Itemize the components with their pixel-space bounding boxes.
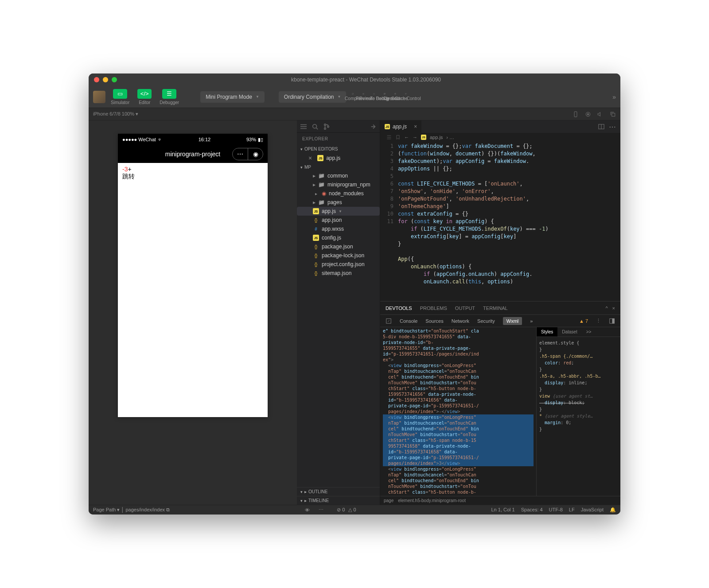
device-select[interactable]: iPhone 6/7/8 100% ▾ (93, 111, 138, 117)
svg-point-16 (324, 128, 326, 129)
collapse-icon[interactable] (370, 124, 376, 130)
tab-output[interactable]: OUTPUT (455, 306, 475, 311)
device-icon[interactable] (573, 111, 579, 117)
svg-rect-22 (612, 318, 614, 323)
wxml-tree[interactable]: e" bindtouchstart="onTouchStart" cla5-di… (380, 327, 536, 496)
eye-icon[interactable]: 👁 (305, 507, 310, 513)
dock-icon[interactable] (609, 318, 615, 324)
list-icon[interactable] (300, 124, 307, 130)
svg-point-4 (405, 93, 406, 93)
tab-console[interactable]: Console (400, 318, 417, 324)
capsule-close[interactable]: ◉ (248, 148, 263, 160)
capsule-menu[interactable]: ⋯ (233, 148, 248, 160)
source-control-button[interactable]: Source Control (402, 93, 410, 101)
search-icon[interactable] (312, 124, 318, 130)
tree-item-app-js[interactable]: JSapp.js (297, 207, 380, 216)
nav-fwd[interactable]: → (413, 135, 417, 140)
close-window[interactable] (94, 77, 99, 82)
tree-item-project-config-json[interactable]: {}project.config.json (297, 260, 380, 269)
project-root[interactable]: MP (297, 163, 380, 171)
copy-icon[interactable] (610, 111, 616, 117)
bell-icon[interactable]: 🔔 (610, 507, 616, 513)
kebab-icon[interactable]: ⋮ (596, 318, 601, 324)
open-editor-item[interactable]: × JSapp.js (297, 153, 380, 163)
tab-styles[interactable]: Styles (537, 327, 557, 337)
svg-rect-13 (300, 128, 307, 129)
warn-count[interactable]: △ 0 (348, 507, 356, 513)
editor-tabs: JSapp.js× ⋯ (380, 120, 620, 133)
maximize-window[interactable] (112, 77, 117, 82)
branch-icon[interactable] (323, 124, 330, 130)
tree-item-app-json[interactable]: {}app.json (297, 216, 380, 224)
carrier-label: ●●●●● WeChat (122, 137, 156, 142)
minimize-window[interactable] (103, 77, 108, 82)
inspect-icon[interactable] (386, 318, 392, 324)
plus-button[interactable]: + (128, 166, 131, 173)
warning-badge[interactable]: ▲ 7 (579, 318, 588, 324)
devtools-tabs: DEVTOOLS PROBLEMS OUTPUT TERMINAL ^ × (380, 302, 620, 315)
open-editors-section[interactable]: OPEN EDITORS (297, 145, 380, 153)
mode-select[interactable]: Mini Program Mode (200, 91, 265, 103)
language[interactable]: JavaScript (581, 507, 604, 513)
encoding[interactable]: UTF-8 (549, 507, 563, 513)
tree-item-common[interactable]: ▸📁common (297, 171, 380, 180)
tree-item-package-json[interactable]: {}package.json (297, 242, 380, 251)
svg-point-6 (406, 93, 407, 94)
tab-more[interactable]: >> (582, 327, 596, 337)
record-icon[interactable] (585, 111, 591, 117)
page-path-label[interactable]: Page Path ▾ │ pages/index/index ⧉ (93, 507, 170, 513)
simulator-button[interactable]: ▭Simulator (108, 89, 132, 105)
tab-wxml[interactable]: Wxml (503, 317, 522, 325)
app-title: miniprogram-project (165, 151, 220, 158)
bookmark-icon[interactable] (395, 135, 401, 140)
nav-back[interactable]: ← (404, 135, 409, 140)
more-tab-icon[interactable]: ⋯ (609, 123, 616, 131)
tab-sources[interactable]: Sources (425, 318, 443, 324)
devtools-subtabs: Console Sources Network Security Wxml » … (380, 315, 620, 327)
tab-problems[interactable]: PROBLEMS (420, 306, 447, 311)
eol[interactable]: LF (569, 507, 575, 513)
tree-item-app-wxss[interactable]: #app.wxss (297, 224, 380, 233)
svg-rect-10 (612, 113, 615, 116)
more-icon[interactable]: » (612, 93, 616, 101)
timeline-section[interactable]: ▸ TIMELINE (297, 496, 380, 505)
indent-setting[interactable]: Spaces: 4 (521, 507, 543, 513)
devtools-footer: page element.h5-body.miniprogram-root (380, 496, 620, 505)
code-editor[interactable]: 1234567891011 var fakeWindow = {};var fa… (380, 142, 620, 301)
svg-rect-2 (384, 93, 385, 94)
tree-item-sitemap-json[interactable]: {}sitemap.json (297, 269, 380, 278)
error-count[interactable]: ⊘ 0 (337, 507, 345, 513)
more-icon[interactable]: ⋯ (319, 507, 323, 513)
main-toolbar: ▭Simulator </>Editor ☰Debugger Mini Prog… (89, 86, 620, 108)
simulator-area: ●●●●● WeChat ᯤ 16:12 93% ▮▯ miniprogram-… (89, 120, 297, 505)
more-icon[interactable]: » (530, 318, 533, 324)
tab-security[interactable]: Security (477, 318, 495, 324)
list-icon[interactable] (386, 135, 392, 140)
tab-network[interactable]: Network (452, 318, 469, 324)
tree-item-package-lock-json[interactable]: {}package-lock.json (297, 251, 380, 260)
editor-tab[interactable]: JSapp.js× (380, 120, 421, 133)
jump-link[interactable]: 跳转 (122, 173, 263, 181)
styles-rules[interactable]: element.style { } .h5-span {./common/… c… (537, 337, 620, 496)
tab-dataset[interactable]: Dataset (557, 327, 581, 337)
cursor-pos[interactable]: Ln 1, Col 1 (491, 507, 514, 513)
outline-section[interactable]: ▸ OUTLINE (297, 487, 380, 496)
tab-devtools[interactable]: DEVTOOLS (386, 306, 412, 311)
wifi-icon: ᯤ (158, 137, 163, 142)
compile-select[interactable]: Ordinary Compilation (279, 91, 347, 103)
breadcrumb-file[interactable]: app.js (430, 135, 443, 140)
tree-item-node_modules[interactable]: ▸◉node_modules (297, 189, 380, 198)
debugger-button[interactable]: ☰Debugger (157, 89, 182, 105)
phone-content[interactable]: -3+ 跳转 (118, 163, 268, 417)
tab-terminal[interactable]: TERMINAL (483, 306, 508, 311)
avatar[interactable] (93, 91, 105, 103)
tree-item-pages[interactable]: ▸📁pages (297, 198, 380, 207)
editor-button[interactable]: </>Editor (135, 89, 154, 105)
split-icon[interactable] (598, 124, 604, 130)
tree-item-config-js[interactable]: JSconfig.js (297, 233, 380, 242)
tree-item-miniprogram_npm[interactable]: ▸📁miniprogram_npm (297, 180, 380, 189)
close-icon[interactable]: × (612, 306, 615, 311)
editor-column: JSapp.js× ⋯ ← → JS app.js › … 1234567891… (380, 120, 620, 505)
chevron-up-icon[interactable]: ^ (605, 306, 608, 311)
mute-icon[interactable] (597, 111, 604, 117)
